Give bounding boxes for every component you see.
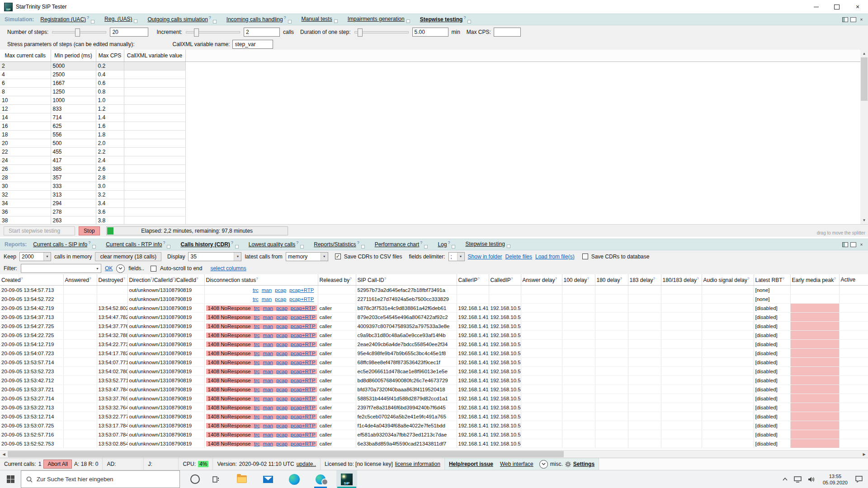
cdr-link-trc[interactable]: trc	[253, 287, 259, 293]
col-sip-call-id[interactable]: SIP Call-ID?	[356, 274, 457, 286]
col-destroyed[interactable]: Destroyed?	[97, 274, 127, 286]
col-early-media-peak[interactable]: Early media peak?	[790, 274, 839, 286]
splitter-hint[interactable]: drag to move the splitter	[817, 230, 865, 235]
cdr-link-pcap-rtp[interactable]: pcap+RTP	[291, 387, 315, 392]
cdr-link-man[interactable]: man	[263, 314, 273, 320]
col-released-by[interactable]: Released by?	[318, 274, 356, 286]
cdr-link-pcap-rtp[interactable]: pcap+RTP	[291, 432, 315, 437]
misc-expand-button[interactable]	[539, 460, 548, 469]
cdr-link-man[interactable]: man	[263, 405, 273, 410]
maximize-panel-icon[interactable]	[850, 17, 856, 22]
start-stepwise-testing-button[interactable]: Start stepwise testing	[4, 226, 75, 235]
cdr-link-trc[interactable]: trc	[254, 441, 260, 446]
cdr-row[interactable]: 20-09-05 13:54:52.722out/unknown/1310879…	[0, 295, 868, 304]
col-100-delay[interactable]: 100 delay?	[562, 274, 595, 286]
menu-item-lowest-quality-calls[interactable]: Lowest quality calls?	[249, 240, 304, 249]
cdr-link-pcap[interactable]: pcap	[276, 414, 288, 419]
menu-item-outgoing-calls-simulation[interactable]: Outgoing calls simulation?	[147, 15, 216, 23]
cdr-link-trc[interactable]: trc	[254, 369, 260, 374]
help-mark[interactable]: ?	[284, 15, 286, 20]
cdr-link-pcap-rtp[interactable]: pcap+RTP	[291, 360, 315, 365]
taskbar-search-input[interactable]: Zur Suche Text hier eingeben	[21, 470, 180, 488]
col-calledip[interactable]: CalledIP?	[489, 274, 521, 286]
cdr-link-pcap-rtp[interactable]: pcap+RTP	[291, 305, 315, 311]
menu-item-current-calls-rtp-info[interactable]: Current calls - RTP info?	[106, 240, 170, 249]
cdr-row[interactable]: 20-09-05 13:54:12.71913:54:22.773out/unk…	[0, 340, 868, 349]
steps-row[interactable]: 382633.8	[0, 216, 860, 225]
settings-link[interactable]: Settings	[573, 461, 594, 467]
file-explorer-button[interactable]	[231, 470, 252, 488]
cdr-link-pcap-rtp[interactable]: pcap+RTP	[289, 296, 314, 302]
max-cps-input[interactable]	[494, 28, 521, 37]
detach-checkbox[interactable]	[334, 19, 338, 23]
maximize-panel-icon[interactable]	[850, 242, 856, 247]
cdr-link-pcap[interactable]: pcap	[276, 396, 288, 401]
cdr-link-pcap[interactable]: pcap	[276, 360, 288, 365]
steps-row[interactable]: 250000.2	[0, 62, 860, 70]
cdr-link-man[interactable]: man	[263, 333, 273, 338]
load-from-files-link[interactable]: Load from file(s)	[535, 253, 575, 260]
detach-checkbox[interactable]	[424, 245, 428, 249]
steps-row[interactable]: 362783.6	[0, 208, 860, 216]
taskbar-clock[interactable]: 13:55 05.09.2020	[818, 473, 852, 486]
cdr-link-man[interactable]: man	[263, 351, 273, 356]
cdr-link-pcap[interactable]: pcap	[276, 423, 288, 428]
abort-all-button[interactable]: Abort All	[43, 460, 72, 469]
detach-checkbox[interactable]	[92, 245, 96, 249]
close-button[interactable]: ×	[847, 0, 868, 14]
close-panel-icon[interactable]: ×	[859, 242, 864, 247]
clear-memory-button[interactable]: clear memory (18 calls)	[95, 252, 161, 261]
cdr-link-pcap[interactable]: pcap	[276, 324, 288, 329]
scroll-right-arrow-icon[interactable]: ▶	[860, 450, 868, 458]
help-mark[interactable]: ?	[653, 277, 655, 281]
help-mark[interactable]: ?	[196, 277, 198, 281]
duration-slider[interactable]	[354, 28, 409, 36]
help-mark[interactable]: ?	[231, 240, 233, 245]
menu-item-current-calls-sip-info[interactable]: Current calls - SIP info?	[33, 240, 96, 249]
cdr-link-pcap[interactable]: pcap	[276, 351, 288, 356]
cdr-link-pcap[interactable]: pcap	[276, 378, 288, 383]
cdr-row[interactable]: 20-09-05 13:53:27.71413:53:37.769out/unk…	[0, 394, 868, 403]
steps-row[interactable]: 342943.4	[0, 199, 860, 208]
delete-files-link[interactable]: Delete files	[505, 253, 532, 260]
split-panel-icon[interactable]	[842, 17, 848, 22]
show-in-folder-link[interactable]: Show in folder	[468, 253, 502, 260]
cdr-row[interactable]: 20-09-05 13:53:07.72513:53:17.784out/unk…	[0, 421, 868, 430]
help-mark[interactable]: ?	[448, 240, 450, 245]
help-mark[interactable]: ?	[163, 240, 165, 245]
cdr-row[interactable]: 20-09-05 13:53:52.72313:54:02.780out/unk…	[0, 367, 868, 376]
col-answered[interactable]: Answered?	[63, 274, 97, 286]
steps-row[interactable]: 244172.4	[0, 156, 860, 165]
cdr-link-trc[interactable]: trc	[254, 378, 260, 383]
detach-checkbox[interactable]	[91, 20, 94, 23]
help-mark[interactable]: ?	[697, 277, 698, 281]
display-count-select[interactable]: 35▼	[188, 252, 241, 261]
keep-calls-select[interactable]: 2000▼	[19, 252, 51, 261]
detach-checkbox[interactable]	[134, 19, 137, 23]
cdr-link-pcap[interactable]: pcap	[276, 342, 288, 347]
cdr-link-trc[interactable]: trc	[254, 423, 260, 428]
help-mark[interactable]: ?	[209, 15, 211, 20]
cdr-link-man[interactable]: man	[263, 342, 273, 347]
calls-source-select[interactable]: memory▼	[286, 252, 328, 261]
help-mark[interactable]: ?	[88, 240, 90, 245]
cdr-link-man[interactable]: man	[262, 287, 272, 293]
col-180-delay[interactable]: 180 delay?	[595, 274, 628, 286]
detach-checkbox[interactable]	[167, 245, 170, 249]
col-answer-delay[interactable]: Answer delay?	[521, 274, 562, 286]
web-interface-link[interactable]: Web interface	[500, 461, 533, 467]
cdr-link-man[interactable]: man	[263, 305, 273, 311]
license-information-link[interactable]: license information	[395, 461, 440, 467]
cdr-link-pcap[interactable]: pcap	[275, 287, 286, 293]
col-max-cps[interactable]: Max CPS	[96, 50, 124, 62]
cdr-row[interactable]: 20-09-05 13:54:22.72513:54:32.788out/unk…	[0, 331, 868, 340]
cdr-link-man[interactable]: man	[262, 296, 272, 302]
menu-item-log[interactable]: Log?	[438, 240, 455, 249]
cdr-row[interactable]: 20-09-05 13:52:57.71613:53:07.784out/unk…	[0, 430, 868, 439]
stop-button[interactable]: Stop	[79, 226, 100, 235]
cdr-link-pcap-rtp[interactable]: pcap+RTP	[291, 351, 315, 356]
help-mark[interactable]: ?	[620, 277, 622, 281]
start-button[interactable]	[0, 470, 21, 488]
volume-button[interactable]	[805, 470, 818, 488]
col-183-delay[interactable]: 183 delay?	[628, 274, 661, 286]
